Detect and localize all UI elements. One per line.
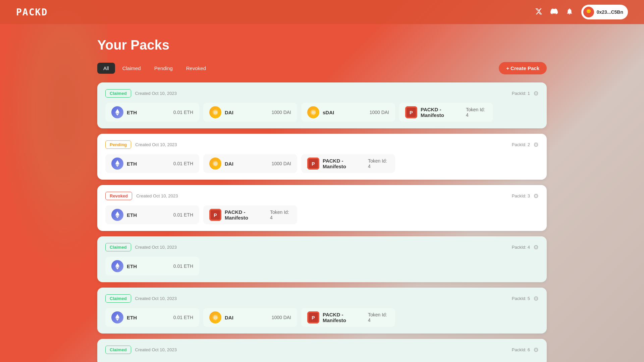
token-row: ETH 0.01 ETH ◎ DAI 1000 DAI P PACKD - Ma… — [105, 154, 539, 173]
pack-header-left: Claimed Created Oct 10, 2023 — [105, 294, 177, 303]
bell-icon[interactable] — [566, 8, 573, 17]
pack-created: Created Oct 10, 2023 — [136, 193, 178, 198]
pack-card-2: Pending Created Oct 10, 2023 PackId: 2 ⚙… — [97, 134, 547, 180]
pack-card-3: Revoked Created Oct 10, 2023 PackId: 3 ⚙… — [97, 185, 547, 231]
token-amount: 1000 DAI — [272, 161, 291, 166]
token-item: ◎ sDAI 1000 DAI — [301, 103, 395, 122]
token-name: ETH — [127, 263, 137, 269]
create-pack-button[interactable]: + Create Pack — [499, 62, 547, 74]
pack-header: Claimed Created Oct 10, 2023 PackId: 4 ⚙ — [105, 243, 539, 251]
pack-id-label: PackId: 3 — [512, 193, 530, 198]
gear-icon[interactable]: ⚙ — [533, 141, 539, 148]
token-amount: 1000 DAI — [272, 315, 291, 320]
pack-created: Created Oct 10, 2023 — [135, 347, 177, 352]
gear-icon[interactable]: ⚙ — [533, 295, 539, 302]
pack-header: Claimed Created Oct 10, 2023 PackId: 6 ⚙ — [105, 346, 539, 354]
token-item: ETH 0.01 ETH — [105, 154, 199, 173]
pack-header-right: PackId: 2 ⚙ — [512, 141, 539, 148]
svg-text:◎: ◎ — [214, 110, 217, 114]
token-item: ◎ DAI 1000 DAI — [203, 154, 297, 173]
filter-tabs: All Claimed Pending Revoked — [97, 63, 212, 74]
token-row: ETH 0.01 ETH ◎ DAI 1000 DAI P PACKD - Ma… — [105, 308, 539, 327]
svg-point-3 — [588, 10, 590, 12]
pack-header: Pending Created Oct 10, 2023 PackId: 2 ⚙ — [105, 140, 539, 149]
status-badge: Claimed — [105, 243, 131, 251]
tab-all[interactable]: All — [97, 63, 115, 74]
token-amount: Token Id: 4 — [466, 107, 487, 118]
token-amount: 0.01 ETH — [173, 212, 193, 218]
dai-icon: ◎ — [209, 311, 221, 323]
app-logo: PACKD — [16, 7, 48, 18]
dai-icon: ◎ — [209, 106, 221, 118]
pack-header-left: Claimed Created Oct 10, 2023 — [105, 243, 177, 251]
tab-revoked[interactable]: Revoked — [180, 63, 212, 74]
wallet-badge[interactable]: 0x23...C5Bn — [581, 5, 628, 19]
svg-text:◎: ◎ — [312, 110, 315, 114]
token-name: ETH — [127, 212, 137, 218]
token-amount: Token Id: 4 — [270, 209, 291, 220]
token-item: ◎ DAI 1000 DAI — [203, 308, 297, 327]
token-item: ETH 0.01 ETH — [105, 103, 199, 122]
pack-header-left: Revoked Created Oct 10, 2023 — [105, 192, 178, 200]
gear-icon[interactable]: ⚙ — [533, 346, 539, 354]
filter-row: All Claimed Pending Revoked + Create Pac… — [97, 62, 547, 74]
sdai-icon: ◎ — [307, 106, 319, 118]
nft-icon: P — [307, 311, 319, 323]
eth-icon — [111, 158, 123, 170]
token-name: ETH — [127, 110, 137, 115]
token-amount: 0.01 ETH — [173, 263, 193, 269]
svg-text:P: P — [410, 110, 413, 115]
status-badge: Claimed — [105, 346, 131, 354]
token-amount: 0.01 ETH — [173, 315, 193, 320]
token-name: PACKD - Manifesto — [225, 209, 267, 221]
twitter-icon[interactable] — [535, 8, 542, 17]
wallet-avatar — [583, 7, 594, 17]
token-row: ETH 0.01 ETH P PACKD - Manifesto Token I… — [105, 205, 539, 224]
token-item: ETH 0.01 ETH — [105, 308, 199, 327]
gear-icon[interactable]: ⚙ — [533, 192, 539, 200]
discord-icon[interactable] — [550, 8, 558, 17]
token-name: ETH — [127, 161, 137, 167]
nft-icon: P — [405, 106, 417, 118]
tab-pending[interactable]: Pending — [148, 63, 179, 74]
token-name: PACKD - Manifesto — [323, 312, 365, 323]
pack-header-right: PackId: 1 ⚙ — [512, 90, 539, 97]
token-amount: Token Id: 4 — [368, 312, 389, 323]
status-badge: Claimed — [105, 294, 131, 303]
eth-icon — [111, 311, 123, 323]
pack-header-right: PackId: 5 ⚙ — [512, 295, 539, 302]
token-item: ETH 0.01 ETH — [105, 205, 199, 224]
token-amount: 1000 DAI — [272, 110, 291, 115]
gear-icon[interactable]: ⚙ — [533, 244, 539, 251]
pack-header-left: Claimed Created Oct 10, 2023 — [105, 346, 177, 354]
token-amount: 0.01 ETH — [173, 110, 193, 115]
eth-icon — [111, 106, 123, 118]
pack-header-left: Claimed Created Oct 10, 2023 — [105, 89, 177, 98]
token-name: PACKD - Manifesto — [421, 107, 463, 118]
pack-header-right: PackId: 3 ⚙ — [512, 192, 539, 200]
token-item: P PACKD - Manifesto Token Id: 4 — [203, 205, 297, 224]
token-row: ETH 0.01 ETH — [105, 257, 539, 276]
pack-id-label: PackId: 5 — [512, 296, 530, 301]
svg-text:P: P — [214, 213, 217, 218]
packs-container: Claimed Created Oct 10, 2023 PackId: 1 ⚙… — [97, 82, 547, 362]
token-item: ◎ DAI 1000 DAI — [203, 103, 297, 122]
pack-id-label: PackId: 4 — [512, 245, 530, 250]
create-pack-label: + Create Pack — [506, 65, 539, 71]
eth-icon — [111, 209, 123, 221]
token-name: ETH — [127, 315, 137, 320]
wallet-address: 0x23...C5Bn — [597, 9, 623, 15]
token-name: sDAI — [323, 110, 334, 115]
tab-claimed[interactable]: Claimed — [116, 63, 147, 74]
pack-card-1: Claimed Created Oct 10, 2023 PackId: 1 ⚙… — [97, 82, 547, 128]
token-amount: 0.01 ETH — [173, 161, 193, 166]
main-content: Your Packs All Claimed Pending Revoked +… — [0, 24, 644, 362]
pack-header: Claimed Created Oct 10, 2023 PackId: 1 ⚙ — [105, 89, 539, 98]
pack-card-6: Claimed Created Oct 10, 2023 PackId: 6 ⚙ — [97, 339, 547, 362]
pack-header: Revoked Created Oct 10, 2023 PackId: 3 ⚙ — [105, 192, 539, 200]
token-name: DAI — [225, 161, 233, 167]
token-name: DAI — [225, 110, 233, 115]
nft-icon: P — [209, 209, 221, 221]
pack-id-label: PackId: 2 — [512, 142, 530, 147]
gear-icon[interactable]: ⚙ — [533, 90, 539, 97]
